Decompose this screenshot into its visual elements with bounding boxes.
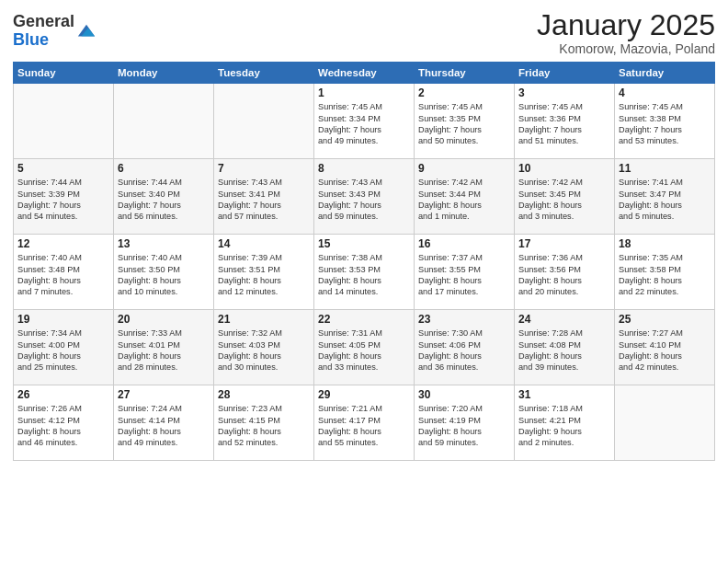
logo-blue-text: Blue: [13, 30, 49, 49]
header-friday: Friday: [515, 63, 615, 84]
day-number-w2-d1: 13: [118, 237, 210, 250]
calendar-table: Sunday Monday Tuesday Wednesday Thursday…: [13, 62, 715, 461]
day-info-w4-d5: Sunrise: 7:18 AMSunset: 4:21 PMDaylight:…: [518, 403, 610, 449]
cell-w0-d2: [214, 84, 314, 159]
day-number-w1-d1: 6: [118, 162, 210, 175]
day-info-w2-d1: Sunrise: 7:40 AMSunset: 3:50 PMDaylight:…: [118, 252, 210, 298]
cell-w3-d1: 20Sunrise: 7:33 AMSunset: 4:01 PMDayligh…: [114, 310, 214, 385]
cell-w1-d6: 11Sunrise: 7:41 AMSunset: 3:47 PMDayligh…: [615, 159, 715, 235]
cell-w3-d5: 24Sunrise: 7:28 AMSunset: 4:08 PMDayligh…: [515, 310, 615, 385]
day-number-w2-d2: 14: [218, 237, 310, 250]
subtitle: Komorow, Mazovia, Poland: [537, 41, 715, 56]
cell-w2-d2: 14Sunrise: 7:39 AMSunset: 3:51 PMDayligh…: [214, 235, 314, 310]
day-number-w3-d2: 21: [218, 313, 310, 326]
page-container: General Blue January 2025 Komorow, Mazov…: [0, 0, 728, 563]
day-number-w1-d6: 11: [619, 162, 711, 175]
day-info-w0-d4: Sunrise: 7:45 AMSunset: 3:35 PMDaylight:…: [418, 101, 510, 147]
cell-w3-d3: 22Sunrise: 7:31 AMSunset: 4:05 PMDayligh…: [314, 310, 415, 385]
day-number-w4-d1: 27: [118, 388, 210, 401]
day-info-w2-d5: Sunrise: 7:36 AMSunset: 3:56 PMDaylight:…: [518, 252, 610, 298]
day-number-w1-d2: 7: [218, 162, 310, 175]
day-number-w3-d0: 19: [17, 313, 109, 326]
cell-w4-d3: 29Sunrise: 7:21 AMSunset: 4:17 PMDayligh…: [314, 385, 415, 461]
day-number-w2-d6: 18: [619, 237, 711, 250]
cell-w4-d6: [615, 385, 715, 461]
month-title: January 2025: [537, 9, 715, 41]
cell-w4-d0: 26Sunrise: 7:26 AMSunset: 4:12 PMDayligh…: [14, 385, 114, 461]
cell-w1-d3: 8Sunrise: 7:43 AMSunset: 3:43 PMDaylight…: [314, 159, 415, 235]
cell-w3-d6: 25Sunrise: 7:27 AMSunset: 4:10 PMDayligh…: [615, 310, 715, 385]
day-info-w3-d5: Sunrise: 7:28 AMSunset: 4:08 PMDaylight:…: [518, 327, 610, 373]
day-info-w3-d1: Sunrise: 7:33 AMSunset: 4:01 PMDaylight:…: [118, 327, 210, 373]
day-info-w4-d2: Sunrise: 7:23 AMSunset: 4:15 PMDaylight:…: [218, 403, 310, 449]
title-block: January 2025 Komorow, Mazovia, Poland: [537, 9, 715, 56]
week-row-1: 5Sunrise: 7:44 AMSunset: 3:39 PMDaylight…: [14, 159, 715, 235]
day-info-w3-d3: Sunrise: 7:31 AMSunset: 4:05 PMDaylight:…: [318, 327, 410, 373]
day-info-w1-d1: Sunrise: 7:44 AMSunset: 3:40 PMDaylight:…: [118, 177, 210, 223]
day-info-w1-d4: Sunrise: 7:42 AMSunset: 3:44 PMDaylight:…: [418, 177, 510, 223]
day-info-w1-d6: Sunrise: 7:41 AMSunset: 3:47 PMDaylight:…: [619, 177, 711, 223]
header-monday: Monday: [114, 63, 214, 84]
day-number-w2-d3: 15: [318, 237, 410, 250]
day-number-w3-d1: 20: [118, 313, 210, 326]
day-info-w2-d4: Sunrise: 7:37 AMSunset: 3:55 PMDaylight:…: [418, 252, 510, 298]
day-number-w1-d3: 8: [318, 162, 410, 175]
week-row-0: 1Sunrise: 7:45 AMSunset: 3:34 PMDaylight…: [14, 84, 715, 159]
cell-w1-d0: 5Sunrise: 7:44 AMSunset: 3:39 PMDaylight…: [14, 159, 114, 235]
day-info-w4-d3: Sunrise: 7:21 AMSunset: 4:17 PMDaylight:…: [318, 403, 410, 449]
cell-w2-d6: 18Sunrise: 7:35 AMSunset: 3:58 PMDayligh…: [615, 235, 715, 310]
day-number-w3-d5: 24: [518, 313, 610, 326]
cell-w1-d2: 7Sunrise: 7:43 AMSunset: 3:41 PMDaylight…: [214, 159, 314, 235]
weekday-header-row: Sunday Monday Tuesday Wednesday Thursday…: [14, 63, 715, 84]
day-number-w4-d5: 31: [518, 388, 610, 401]
week-row-4: 26Sunrise: 7:26 AMSunset: 4:12 PMDayligh…: [14, 385, 715, 461]
cell-w1-d4: 9Sunrise: 7:42 AMSunset: 3:44 PMDaylight…: [415, 159, 515, 235]
cell-w0-d3: 1Sunrise: 7:45 AMSunset: 3:34 PMDaylight…: [314, 84, 415, 159]
day-number-w0-d4: 2: [418, 86, 510, 99]
cell-w4-d1: 27Sunrise: 7:24 AMSunset: 4:14 PMDayligh…: [114, 385, 214, 461]
cell-w0-d6: 4Sunrise: 7:45 AMSunset: 3:38 PMDaylight…: [615, 84, 715, 159]
day-number-w3-d4: 23: [418, 313, 510, 326]
day-info-w4-d4: Sunrise: 7:20 AMSunset: 4:19 PMDaylight:…: [418, 403, 510, 449]
day-number-w4-d0: 26: [17, 388, 109, 401]
logo-icon: [76, 21, 97, 41]
cell-w2-d4: 16Sunrise: 7:37 AMSunset: 3:55 PMDayligh…: [415, 235, 515, 310]
day-number-w4-d3: 29: [318, 388, 410, 401]
day-number-w4-d2: 28: [218, 388, 310, 401]
day-number-w1-d5: 10: [518, 162, 610, 175]
logo: General Blue: [13, 13, 97, 50]
day-number-w2-d4: 16: [418, 237, 510, 250]
header-wednesday: Wednesday: [314, 63, 415, 84]
cell-w0-d0: [14, 84, 114, 159]
day-number-w3-d6: 25: [619, 313, 711, 326]
day-number-w0-d6: 4: [619, 86, 711, 99]
cell-w0-d5: 3Sunrise: 7:45 AMSunset: 3:36 PMDaylight…: [515, 84, 615, 159]
day-number-w0-d5: 3: [518, 86, 610, 99]
day-info-w4-d0: Sunrise: 7:26 AMSunset: 4:12 PMDaylight:…: [17, 403, 109, 449]
day-number-w0-d3: 1: [318, 86, 410, 99]
cell-w2-d3: 15Sunrise: 7:38 AMSunset: 3:53 PMDayligh…: [314, 235, 415, 310]
cell-w4-d2: 28Sunrise: 7:23 AMSunset: 4:15 PMDayligh…: [214, 385, 314, 461]
day-info-w3-d6: Sunrise: 7:27 AMSunset: 4:10 PMDaylight:…: [619, 327, 711, 373]
cell-w4-d4: 30Sunrise: 7:20 AMSunset: 4:19 PMDayligh…: [415, 385, 515, 461]
header: General Blue January 2025 Komorow, Mazov…: [13, 9, 715, 56]
day-number-w4-d4: 30: [418, 388, 510, 401]
cell-w2-d5: 17Sunrise: 7:36 AMSunset: 3:56 PMDayligh…: [515, 235, 615, 310]
day-info-w2-d2: Sunrise: 7:39 AMSunset: 3:51 PMDaylight:…: [218, 252, 310, 298]
header-tuesday: Tuesday: [214, 63, 314, 84]
day-info-w1-d0: Sunrise: 7:44 AMSunset: 3:39 PMDaylight:…: [17, 177, 109, 223]
week-row-3: 19Sunrise: 7:34 AMSunset: 4:00 PMDayligh…: [14, 310, 715, 385]
day-info-w3-d4: Sunrise: 7:30 AMSunset: 4:06 PMDaylight:…: [418, 327, 510, 373]
day-info-w0-d6: Sunrise: 7:45 AMSunset: 3:38 PMDaylight:…: [619, 101, 711, 147]
cell-w3-d2: 21Sunrise: 7:32 AMSunset: 4:03 PMDayligh…: [214, 310, 314, 385]
day-info-w0-d5: Sunrise: 7:45 AMSunset: 3:36 PMDaylight:…: [518, 101, 610, 147]
logo-general-text: General: [13, 12, 74, 30]
header-saturday: Saturday: [615, 63, 715, 84]
cell-w1-d5: 10Sunrise: 7:42 AMSunset: 3:45 PMDayligh…: [515, 159, 615, 235]
cell-w2-d0: 12Sunrise: 7:40 AMSunset: 3:48 PMDayligh…: [14, 235, 114, 310]
day-number-w2-d5: 17: [518, 237, 610, 250]
day-info-w2-d3: Sunrise: 7:38 AMSunset: 3:53 PMDaylight:…: [318, 252, 410, 298]
cell-w0-d1: [114, 84, 214, 159]
day-info-w3-d2: Sunrise: 7:32 AMSunset: 4:03 PMDaylight:…: [218, 327, 310, 373]
header-sunday: Sunday: [14, 63, 114, 84]
